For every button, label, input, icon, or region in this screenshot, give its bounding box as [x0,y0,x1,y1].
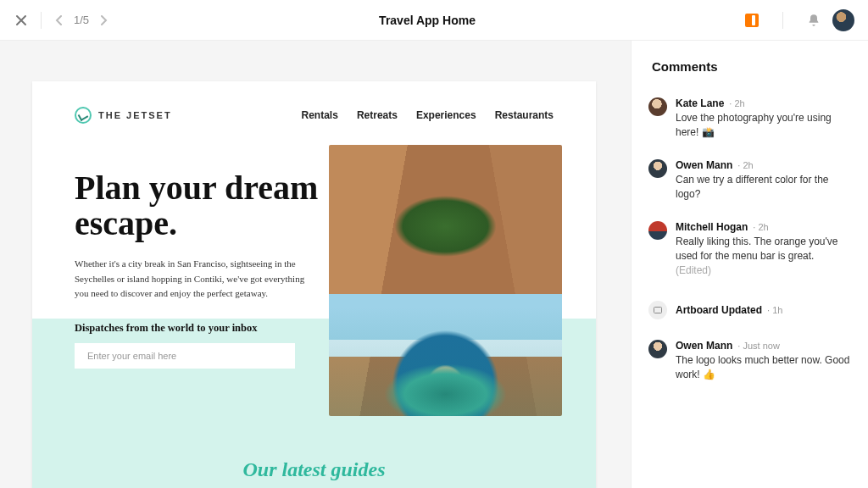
comment-body: Kate Lane· 2h Love the photography you'r… [676,97,851,141]
comment-time: · 2h [753,222,768,232]
frame-icon [653,305,663,315]
email-input[interactable]: Enter your email here [75,343,295,369]
comment-text: Love the photography you're using here! … [676,111,851,141]
comment-text: Can we try a different color for the log… [676,173,851,202]
artboard-nav: Rentals Retreats Experiences Restaurants [302,109,554,121]
chevron-right-icon [99,15,108,25]
comment-author: Mitchell Hogan [676,221,748,233]
next-page-button[interactable] [97,14,109,26]
comment-text: The logo looks much better now. Good wor… [676,353,851,383]
topbar-actions [745,9,854,31]
close-button[interactable] [14,13,29,28]
hero-image [329,145,562,416]
comment-avatar [648,340,667,358]
nav-retreats[interactable]: Retreats [357,109,398,121]
panel-toggle-button[interactable] [745,14,759,27]
comment-time: · Just now [737,341,780,351]
comment[interactable]: Owen Mann· 2h Can we try a different col… [632,151,868,213]
newsletter-label: Dispatches from the world to your inbox [75,322,320,335]
close-icon [15,14,27,26]
divider [782,12,783,29]
system-event-label: Artboard Updated [676,304,762,316]
chevron-left-icon [55,15,64,25]
bell-icon [807,14,821,27]
svg-rect-0 [654,307,662,313]
section-title: Our latest guides [32,458,596,481]
divider [41,12,42,29]
comment-body: Mitchell Hogan· 2h Really liking this. T… [676,221,851,279]
hero-text: Plan your dream escape. Whether it's a c… [75,170,320,369]
main: THE JETSET Rentals Retreats Experiences … [0,41,868,488]
comment-avatar [648,221,667,240]
comments-header: Comments [632,59,868,89]
logo-mark-icon [75,107,92,124]
comment[interactable]: Kate Lane· 2h Love the photography you'r… [632,89,868,151]
system-event-time: · 1h [767,305,782,315]
hero-subtitle: Whether it's a city break in San Francis… [75,257,320,302]
comment-avatar [648,159,667,178]
comment[interactable]: Owen Mann· Just now The logo looks much … [632,331,868,393]
page-counter: 1/5 [53,14,109,26]
comment-time: · 2h [737,160,753,170]
email-placeholder: Enter your email here [87,351,176,361]
page-title: Travel App Home [109,14,745,27]
comment-text: Really liking this. The orange you've us… [676,235,851,279]
comment-body: Owen Mann· Just now The logo looks much … [676,340,851,383]
comment-author: Kate Lane [676,97,724,109]
canvas[interactable]: THE JETSET Rentals Retreats Experiences … [0,41,631,488]
nav-restaurants[interactable]: Restaurants [495,109,554,121]
system-event: Artboard Updated· 1h [632,289,868,331]
logo-text: THE JETSET [98,110,172,120]
nav-rentals[interactable]: Rentals [302,109,338,121]
comment-time: · 2h [729,98,744,108]
artboard-header: THE JETSET Rentals Retreats Experiences … [32,81,596,124]
user-avatar[interactable] [832,9,854,31]
edited-label: (Edited) [676,264,711,276]
comment[interactable]: Mitchell Hogan· 2h Really liking this. T… [632,213,868,289]
notifications-button[interactable] [807,14,821,27]
artboard[interactable]: THE JETSET Rentals Retreats Experiences … [32,81,596,488]
prev-page-button[interactable] [53,14,65,26]
comment-author: Owen Mann [676,159,732,171]
comment-author: Owen Mann [676,340,732,352]
comment-body: Owen Mann· 2h Can we try a different col… [676,159,851,202]
nav-experiences[interactable]: Experiences [416,109,476,121]
topbar: 1/5 Travel App Home [0,0,868,41]
logo: THE JETSET [75,107,172,124]
page-display: 1/5 [74,14,89,26]
comment-avatar [648,97,667,116]
comments-panel: Comments Kate Lane· 2h Love the photogra… [631,41,868,488]
artboard-updated-icon [648,301,667,319]
hero-title: Plan your dream escape. [75,170,320,241]
